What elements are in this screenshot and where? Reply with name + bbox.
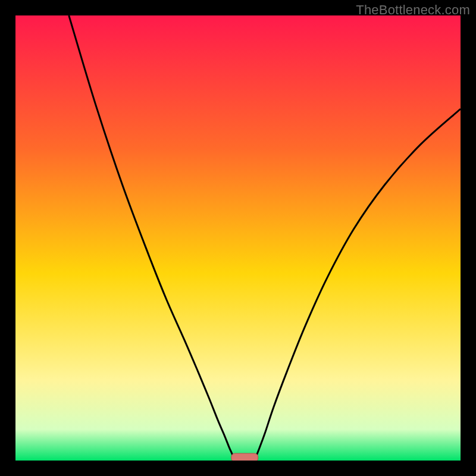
gradient-background (15, 15, 461, 461)
chart-frame: TheBottleneck.com (0, 0, 476, 476)
bottleneck-marker (231, 453, 258, 461)
plot-area (15, 15, 461, 461)
chart-svg (15, 15, 461, 461)
